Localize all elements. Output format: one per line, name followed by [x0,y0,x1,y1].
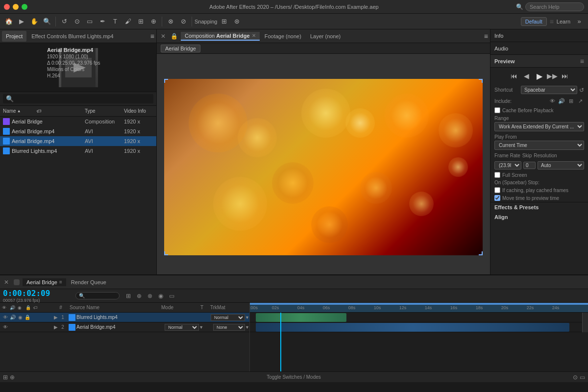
right-panel-info[interactable]: Info [490,29,588,42]
maximize-button[interactable] [22,4,27,10]
viewer [157,54,490,280]
puppet-tool[interactable]: ⊕ [147,16,159,27]
tl-ctrl-3[interactable]: ⊗ [145,291,155,301]
zoom-tool[interactable]: 🔍 [41,16,53,27]
first-frame-btn[interactable]: ⏮ [509,71,519,81]
list-item[interactable]: Aerial Bridge.mp4 AVI 1920 x [0,126,156,136]
brush-tool[interactable]: 🖌 [122,16,134,27]
tab-effect-controls[interactable]: Effect Controls Blurred Lights.mp4 [27,31,117,42]
cache-checkbox[interactable] [494,107,500,113]
preview-section-header[interactable]: Preview ≡ [490,55,588,68]
lr-mode-1[interactable]: Normal [211,314,245,321]
expand-panels-btn[interactable]: » [573,16,585,27]
overlay-include-icon[interactable]: ⊞ [567,97,575,105]
tl-bottom-btn-2[interactable]: ⊕ [10,374,15,381]
rotate-tool[interactable]: ↺ [58,16,70,27]
lr-expand-2[interactable]: ▶ [54,324,58,330]
audio-include-icon[interactable]: 🔊 [558,97,565,105]
clip-blurred-lights[interactable] [256,313,346,322]
project-search-input[interactable] [3,94,153,103]
select-tool[interactable]: ▶ [16,16,27,27]
lr-mode-2[interactable]: Normal [165,324,199,331]
tab-footage[interactable]: Footage (none) [261,32,305,40]
lock-comp-icon: 🔒 [169,33,180,40]
workspace-button[interactable]: Default [521,17,547,26]
close-comp-btn[interactable]: ✕ [159,33,168,40]
tl-switches-modes[interactable]: Toggle Switches / Modes [267,374,321,380]
minimize-button[interactable] [13,4,19,10]
learn-button[interactable]: Learn [557,19,570,24]
tl-bottom-btn-4[interactable]: ▭ [580,374,585,381]
list-item[interactable]: Aerial Bridge Composition 1920 x [0,117,156,126]
tl-search-input[interactable] [75,292,120,299]
ruler-label-4: 04s [297,305,305,310]
comp-panel-menu[interactable]: ≡ [484,32,488,40]
track-row-2 [250,322,588,332]
hand-tool[interactable]: ✋ [28,16,40,27]
home-tool[interactable]: 🏠 [3,16,15,27]
list-item[interactable]: Blurred Lights.mp4 AVI 1920 x [0,146,156,156]
tab-layer[interactable]: Layer (none) [306,32,344,40]
ext-include-icon[interactable]: ↗ [576,97,584,105]
list-item[interactable]: Aerial Bridge.mp4 AVI 1920 x [0,136,156,146]
resolution-select[interactable]: Auto [538,161,584,170]
fr-label: Frame Rate [494,153,520,158]
lr-solo-1[interactable]: ◉ [17,314,24,321]
move-time-checkbox[interactable] [494,195,500,201]
playhead[interactable] [280,313,281,371]
effects-presets-section[interactable]: Effects & Presets [490,202,588,212]
video-icon [3,138,10,145]
layer-row[interactable]: 👁 🔊 ◉ 🔒 ▶ 1 Blurred Lights.mp4 Normal ▼ [0,313,249,322]
comp-tab-close[interactable]: ✕ [252,33,256,38]
mask-feather-tool[interactable]: ⊗ [165,16,176,27]
next-frame-btn[interactable]: ▶▶ [547,71,558,81]
snapping-toggle[interactable]: ⊞ [219,16,230,27]
align-section[interactable]: Align [490,212,588,222]
tl-bottom-btn-1[interactable]: ⊞ [3,374,8,381]
timeline-tab-comp[interactable]: Aerial Bridge ≡ [23,278,66,286]
video-include-icon[interactable]: 👁 [548,97,556,105]
rect-tool[interactable]: ▭ [84,16,96,27]
play-btn[interactable]: ▶ [534,71,545,81]
search-box[interactable]: Search Help [525,2,584,11]
text-tool[interactable]: T [109,16,121,27]
last-frame-btn[interactable]: ⏭ [560,71,570,81]
lr-eye-2[interactable]: 👁 [2,324,9,331]
right-panel-audio[interactable]: Audio [490,42,588,55]
camera-orbit-tool[interactable]: ⊙ [71,16,83,27]
range-select[interactable]: Work Area Extended By Current ... [494,122,584,131]
pen-tool[interactable]: ✒ [97,16,108,27]
clip-aerial-bridge[interactable] [256,323,569,332]
motion-track-btn[interactable]: ⊛ [231,16,243,27]
lr-eye-1[interactable]: 👁 [2,314,9,321]
lr-trkmat-2[interactable]: None [213,324,245,331]
tab-project[interactable]: Project [2,31,26,42]
skip-input[interactable] [523,162,536,169]
stamp-tool[interactable]: ⊞ [135,16,147,27]
tl-ctrl-1[interactable]: ⊞ [123,291,133,301]
shortcut-select[interactable]: Spacebar [521,86,577,94]
tl-ctrl-2[interactable]: ⊕ [134,291,144,301]
timeline-tab-render[interactable]: Render Queue [67,278,110,286]
tl-ctrl-4[interactable]: ◉ [156,291,166,301]
lr-lock-1[interactable]: 🔒 [24,314,31,321]
lr-audio-1[interactable]: 🔊 [9,314,16,321]
tl-ctrl-5[interactable]: ▭ [167,291,176,301]
fullscreen-checkbox[interactable] [494,172,500,178]
prev-frame-btn[interactable]: ◀ [521,71,532,81]
lr-expand-1[interactable]: ▶ [54,315,58,320]
panel-menu-btn[interactable]: ≡ [150,32,154,40]
close-button[interactable] [4,4,10,10]
layer-row[interactable]: 👁 ▶ 2 Aerial Bridge.mp4 Normal ▼ None ▼ [0,322,249,332]
tl-bottom-btn-3[interactable]: ⊙ [573,374,578,381]
tab-composition[interactable]: Composition Aerial Bridge ✕ [181,32,260,41]
tl-close-btn[interactable]: ✕ [2,279,11,286]
preview-menu-icon[interactable]: ≡ [580,57,584,65]
tl-timecode[interactable]: 0:00:02:09 [3,289,71,298]
play-from-select[interactable]: Current Time [494,141,584,150]
frame-rate-select[interactable]: (23.98) [494,161,521,170]
tl-comp-close[interactable]: ≡ [59,279,62,285]
if-caching-checkbox[interactable] [494,187,500,193]
roto-brush-tool[interactable]: ⊘ [177,16,189,27]
shortcut-reset-btn[interactable]: ↺ [579,87,584,94]
